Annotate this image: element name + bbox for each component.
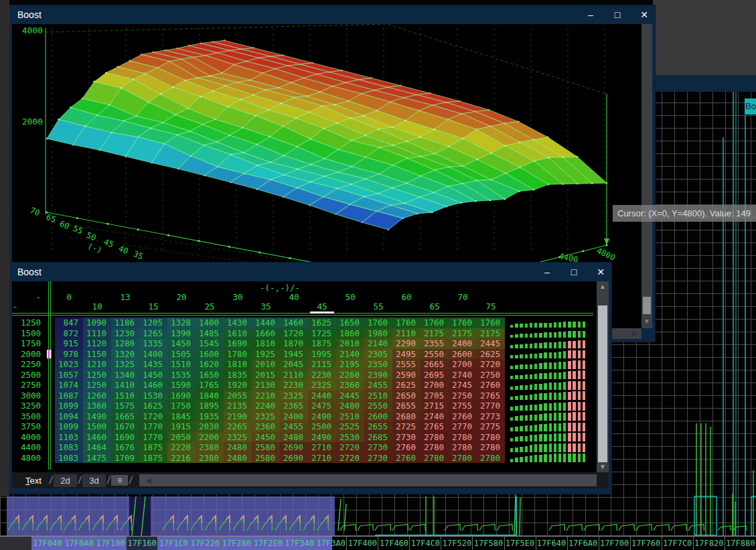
scrollbar-thumb[interactable] bbox=[598, 305, 607, 462]
table-cell[interactable]: 1186 bbox=[111, 318, 139, 328]
table-cell[interactable]: 2650 bbox=[392, 391, 421, 401]
table-cell[interactable]: 2720 bbox=[336, 453, 364, 464]
table-cell[interactable]: 2230 bbox=[280, 380, 308, 391]
table-cell[interactable]: 2680 bbox=[392, 411, 421, 422]
table-cell[interactable]: 1150 bbox=[83, 349, 111, 360]
table-cell[interactable]: 1875 bbox=[139, 442, 167, 453]
table-cell[interactable]: 2770 bbox=[477, 401, 505, 411]
table-cell[interactable]: 2455 bbox=[280, 421, 308, 432]
table-cell[interactable]: 1099 bbox=[55, 401, 83, 411]
table-cell[interactable]: 2510 bbox=[364, 391, 392, 401]
table-cell[interactable]: 2175 bbox=[477, 328, 505, 339]
table-cell[interactable]: 2400 bbox=[280, 411, 308, 422]
table-cell[interactable]: 1760 bbox=[477, 318, 505, 328]
table-cell[interactable]: 2730 bbox=[364, 442, 392, 453]
table-cell[interactable]: 2780 bbox=[449, 453, 477, 464]
table-cell[interactable]: 2475 bbox=[308, 401, 336, 411]
table-cell[interactable]: 1590 bbox=[167, 380, 196, 391]
table-cell[interactable]: 1810 bbox=[252, 338, 280, 349]
table-cell[interactable]: 2135 bbox=[224, 401, 252, 411]
table-cell[interactable]: 2325 bbox=[280, 391, 308, 401]
table-cell[interactable]: 1920 bbox=[224, 380, 252, 391]
address-cell[interactable]: 17F580 bbox=[472, 537, 504, 550]
table-cell[interactable]: 1760 bbox=[449, 318, 477, 328]
table-cell[interactable]: 2290 bbox=[392, 338, 421, 349]
table-cell[interactable]: 2745 bbox=[449, 380, 477, 391]
maximize-icon[interactable]: □ bbox=[569, 267, 579, 277]
table-cell[interactable]: 2740 bbox=[421, 411, 449, 422]
table-cell[interactable]: 1860 bbox=[336, 328, 364, 339]
address-cell[interactable]: 17F160 bbox=[126, 537, 157, 550]
address-cell[interactable]: 17F6A0 bbox=[567, 537, 599, 550]
maximize-icon[interactable]: □ bbox=[612, 9, 623, 20]
address-cell[interactable]: 17F3A0 bbox=[315, 537, 346, 550]
table-cell[interactable]: 2710 bbox=[308, 442, 336, 453]
table-cell[interactable]: 1875 bbox=[308, 338, 336, 349]
table-cell[interactable]: 2140 bbox=[364, 338, 392, 349]
table-cell[interactable]: 1400 bbox=[196, 318, 224, 328]
table-vertical-scrollbar[interactable]: ▲ ▼ bbox=[597, 281, 609, 472]
table-cell[interactable]: 1780 bbox=[224, 349, 252, 360]
table-cell[interactable]: 1400 bbox=[139, 349, 167, 360]
table-cell[interactable]: 1980 bbox=[364, 328, 392, 339]
table-cell[interactable]: 872 bbox=[55, 328, 83, 339]
table-cell[interactable]: 1460 bbox=[83, 432, 111, 443]
table-cell[interactable]: 2325 bbox=[252, 411, 280, 422]
address-cell[interactable]: 17F820 bbox=[693, 537, 725, 550]
table-cell[interactable]: 1390 bbox=[167, 328, 196, 339]
table-cell[interactable]: 2220 bbox=[167, 442, 196, 453]
table-cell[interactable]: 2360 bbox=[252, 421, 280, 432]
table-cell[interactable]: 1083 bbox=[55, 453, 83, 464]
table-cell[interactable]: 1650 bbox=[336, 318, 364, 328]
tab-3d[interactable]: 3d bbox=[82, 474, 105, 487]
table-cell[interactable]: 2600 bbox=[449, 349, 477, 360]
table-cell[interactable]: 1410 bbox=[111, 380, 139, 391]
table-cell[interactable]: 1087 bbox=[55, 391, 83, 401]
table-cell[interactable]: 1676 bbox=[111, 442, 139, 453]
table-cell[interactable]: 2760 bbox=[392, 453, 421, 464]
table-cell[interactable]: 915 bbox=[55, 338, 83, 349]
boost-3d-titlebar[interactable]: Boost – □ ✕ bbox=[9, 5, 655, 24]
table-cell[interactable]: 2015 bbox=[252, 370, 280, 381]
table-cell[interactable]: 2685 bbox=[364, 432, 392, 443]
table-cell[interactable]: 2480 bbox=[336, 401, 364, 411]
table-cell[interactable]: 1535 bbox=[167, 370, 196, 381]
table-cell[interactable]: 2665 bbox=[421, 359, 449, 370]
table-cell[interactable]: 2445 bbox=[336, 391, 364, 401]
table-cell[interactable]: 1760 bbox=[392, 318, 421, 328]
table-cell[interactable]: 1530 bbox=[139, 391, 167, 401]
table-cell[interactable]: 1435 bbox=[139, 359, 167, 370]
table-cell[interactable]: 1210 bbox=[83, 359, 111, 370]
table-cell[interactable]: 2325 bbox=[224, 432, 252, 443]
table-cell[interactable]: 1660 bbox=[252, 328, 280, 339]
table-cell[interactable]: 2755 bbox=[449, 401, 477, 411]
table-cell[interactable]: 1840 bbox=[196, 391, 224, 401]
table-cell[interactable]: 2695 bbox=[421, 370, 449, 381]
table-cell[interactable]: 1750 bbox=[167, 401, 196, 411]
table-cell[interactable]: 1120 bbox=[83, 338, 111, 349]
table-cell[interactable]: 2055 bbox=[224, 391, 252, 401]
address-cell[interactable]: 17F040 bbox=[31, 537, 63, 550]
table-cell[interactable]: 2750 bbox=[449, 391, 477, 401]
table-cell[interactable]: 1665 bbox=[111, 411, 139, 422]
table-cell[interactable]: 2780 bbox=[449, 442, 477, 453]
table-cell[interactable]: 1935 bbox=[196, 411, 224, 422]
address-cell[interactable]: 17F4C0 bbox=[409, 537, 441, 550]
boost-table-titlebar[interactable]: Boost – □ ✕ bbox=[9, 263, 611, 281]
table-cell[interactable]: 2765 bbox=[421, 421, 449, 432]
table-cell[interactable]: 2730 bbox=[392, 432, 421, 443]
address-cell[interactable]: 17F880 bbox=[725, 537, 756, 550]
table-cell[interactable]: 2365 bbox=[280, 401, 308, 411]
close-icon[interactable]: ✕ bbox=[595, 267, 606, 277]
table-cell[interactable]: 2780 bbox=[421, 442, 449, 453]
table-cell[interactable]: 2770 bbox=[449, 421, 477, 432]
table-cell[interactable]: 1510 bbox=[167, 359, 196, 370]
table-cell[interactable]: 1835 bbox=[224, 370, 252, 381]
table-cell[interactable]: 2010 bbox=[252, 359, 280, 370]
table-cell[interactable]: 2190 bbox=[224, 411, 252, 422]
address-cell[interactable]: 17F2E0 bbox=[252, 537, 283, 550]
table-cell[interactable]: 2730 bbox=[364, 453, 392, 464]
table-cell[interactable]: 2110 bbox=[280, 370, 308, 381]
vertical-scrollbar[interactable]: ▼ bbox=[641, 24, 652, 328]
table-cell[interactable]: 1280 bbox=[111, 338, 139, 349]
